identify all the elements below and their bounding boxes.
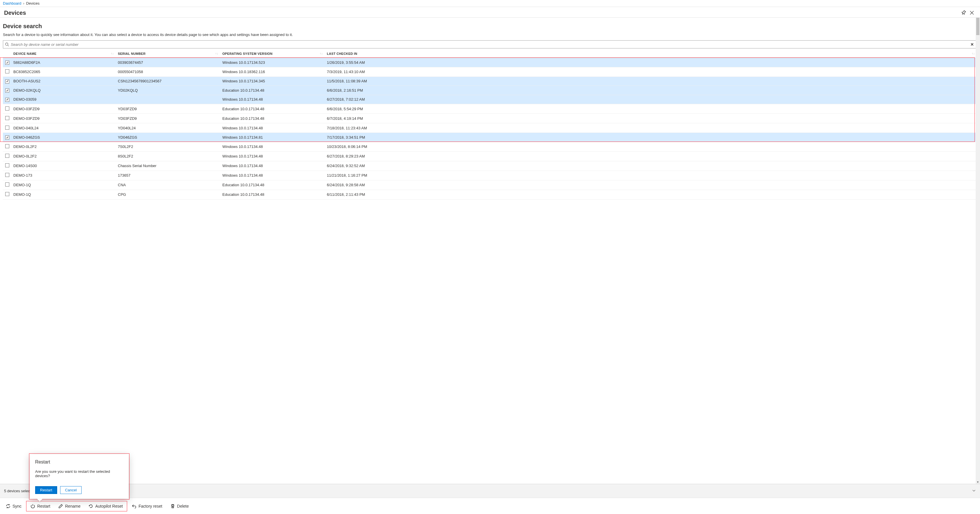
row-checkbox[interactable] — [5, 135, 9, 140]
clear-search-icon[interactable]: ✕ — [969, 42, 975, 47]
delete-button[interactable]: Delete — [167, 502, 192, 511]
table-row[interactable]: DEMO-02KQLQYD02KQLQEducation 10.0.17134.… — [3, 86, 977, 95]
cell-os: Windows 10.0.17134.48 — [221, 142, 325, 151]
reset-icon — [89, 504, 93, 509]
row-checkbox[interactable] — [5, 182, 9, 187]
cell-device-name: DEMO-03FZD9 — [12, 114, 116, 123]
dialog-title: Restart — [35, 460, 123, 465]
cell-os: Windows 10.0.17134.81 — [221, 133, 325, 142]
restart-button[interactable]: Restart — [27, 502, 54, 511]
table-row[interactable]: DEMO-046ZGSYD046ZGSWindows 10.0.17134.81… — [3, 133, 977, 142]
cell-checked: 6/6/2018, 5:54:29 PM — [325, 104, 977, 114]
col-last-checked[interactable]: LAST CHECKED IN↑↓ — [325, 49, 977, 58]
table-row[interactable]: DEMO-14S00Chassis Serial NumberWindows 1… — [3, 161, 977, 171]
table-row[interactable]: BC83852C2065000550471058Windows 10.0.183… — [3, 67, 977, 76]
row-checkbox[interactable] — [5, 163, 9, 167]
row-checkbox[interactable] — [5, 144, 9, 148]
confirm-restart-button[interactable]: Restart — [35, 486, 57, 494]
scrollbar[interactable]: ▲ ▼ — [976, 18, 980, 484]
rename-button[interactable]: Rename — [55, 502, 84, 511]
cell-checked: 10/23/2018, 8:06:14 PM — [325, 142, 977, 151]
close-icon[interactable] — [968, 9, 976, 17]
cell-serial: CSN12345678901234567 — [116, 76, 221, 86]
search-input-wrap[interactable]: ✕ — [3, 40, 977, 48]
table-row[interactable]: DEMO-1QCNAEducation 10.0.17134.486/24/20… — [3, 180, 977, 190]
table-row[interactable]: BOOTH-ASUS2CSN12345678901234567Windows 1… — [3, 76, 977, 86]
cell-device-name: DEMO-0L2F2 — [12, 142, 116, 151]
table-row[interactable]: DEMO-173173657Windows 10.0.17134.4811/21… — [3, 171, 977, 180]
sort-icon: ↑↓ — [320, 52, 323, 55]
cell-os: Education 10.0.17134.48 — [221, 104, 325, 114]
undo-icon — [132, 504, 137, 509]
cell-checked: 6/24/2018, 9:32:52 AM — [325, 161, 977, 171]
row-checkbox[interactable] — [5, 173, 9, 177]
cell-device-name: DEMO-046ZGS — [12, 133, 116, 142]
cell-device-name: DEMO-1Q — [12, 190, 116, 199]
sync-button[interactable]: Sync — [2, 502, 25, 511]
cell-checked: 11/5/2018, 11:08:39 AM — [325, 76, 977, 86]
row-checkbox[interactable] — [5, 125, 9, 130]
row-checkbox[interactable] — [5, 98, 9, 102]
breadcrumb-root-link[interactable]: Dashboard — [3, 1, 21, 5]
row-checkbox[interactable] — [5, 79, 9, 84]
page-header: Devices — [0, 7, 980, 18]
cancel-button[interactable]: Cancel — [60, 486, 81, 494]
cell-os: Windows 10.0.17134.48 — [221, 161, 325, 171]
scroll-thumb[interactable] — [976, 18, 979, 35]
breadcrumb-current: Devices — [26, 1, 40, 5]
search-icon — [5, 42, 9, 46]
search-input[interactable] — [11, 42, 969, 47]
cell-checked: 6/27/2018, 8:29:23 AM — [325, 151, 977, 161]
table-row[interactable]: 5882A88D6F2A003903674457Windows 10.0.171… — [3, 58, 977, 67]
table-row[interactable]: DEMO-0L2F28S0L2F2Windows 10.0.17134.486/… — [3, 151, 977, 161]
row-checkbox[interactable] — [5, 69, 9, 73]
cell-device-name: 5882A88D6F2A — [12, 58, 116, 67]
row-checkbox[interactable] — [5, 154, 9, 158]
col-device-name[interactable]: DEVICE NAME↑↓ — [12, 49, 116, 58]
table-row[interactable]: DEMO-03FZD9YD03FZD9Education 10.0.17134.… — [3, 114, 977, 123]
cell-serial: CPG — [116, 190, 221, 199]
table-row[interactable]: DEMO-03059Windows 10.0.17134.486/27/2018… — [3, 95, 977, 104]
cell-checked: 1/26/2019, 3:55:54 AM — [325, 58, 977, 67]
cell-serial: YD046ZGS — [116, 133, 221, 142]
cell-os: Windows 10.0.17134.48 — [221, 151, 325, 161]
trash-icon — [170, 504, 175, 509]
cell-os: Education 10.0.17134.48 — [221, 180, 325, 190]
cell-serial: YD040L24 — [116, 123, 221, 133]
chevron-down-icon[interactable] — [972, 489, 976, 493]
row-checkbox[interactable] — [5, 106, 9, 111]
row-checkbox[interactable] — [5, 192, 9, 196]
cell-device-name: DEMO-03059 — [12, 95, 116, 104]
col-serial-number[interactable]: SERIAL NUMBER↑↓ — [116, 49, 221, 58]
cell-os: Windows 10.0.17134.345 — [221, 76, 325, 86]
row-checkbox[interactable] — [5, 89, 9, 92]
selection-footer[interactable]: 5 devices selected — [0, 484, 980, 498]
col-os-version[interactable]: OPERATING SYSTEM VERSION↑↓ — [221, 49, 325, 58]
table-row[interactable]: DEMO-0L2F27S0L2F2Windows 10.0.17134.4810… — [3, 142, 977, 151]
table-row[interactable]: DEMO-03FZD9YD03FZD9Education 10.0.17134.… — [3, 104, 977, 114]
cell-os: Windows 10.0.17134.48 — [221, 123, 325, 133]
row-checkbox[interactable] — [5, 60, 9, 65]
sort-icon: ↑↓ — [972, 52, 975, 55]
pin-icon[interactable] — [960, 9, 968, 17]
cell-os: Education 10.0.17134.48 — [221, 114, 325, 123]
scroll-down-icon[interactable]: ▼ — [976, 480, 980, 484]
dialog-tail-icon — [37, 499, 43, 501]
cell-os: Windows 10.0.17134.48 — [221, 171, 325, 180]
pencil-icon — [58, 504, 63, 509]
table-row[interactable]: DEMO-040L24YD040L24Windows 10.0.17134.48… — [3, 123, 977, 133]
cell-device-name: DEMO-02KQLQ — [12, 86, 116, 95]
command-bar: Sync Restart Rename Autopilot Reset Fact… — [0, 498, 980, 514]
cell-device-name: DEMO-03FZD9 — [12, 104, 116, 114]
cell-serial — [116, 95, 221, 104]
cell-checked: 11/21/2018, 1:16:27 PM — [325, 171, 977, 180]
sync-icon — [6, 504, 10, 509]
restart-dialog-wrap: Restart Are you sure you want to restart… — [29, 454, 129, 500]
row-checkbox[interactable] — [5, 116, 9, 120]
dialog-body: Are you sure you want to restart the sel… — [35, 470, 123, 478]
factory-reset-button[interactable]: Factory reset — [128, 502, 166, 511]
table-row[interactable]: DEMO-1QCPGEducation 10.0.17134.486/11/20… — [3, 190, 977, 199]
cell-device-name: DEMO-040L24 — [12, 123, 116, 133]
autopilot-reset-button[interactable]: Autopilot Reset — [85, 502, 126, 511]
section-heading: Device search — [3, 23, 977, 30]
